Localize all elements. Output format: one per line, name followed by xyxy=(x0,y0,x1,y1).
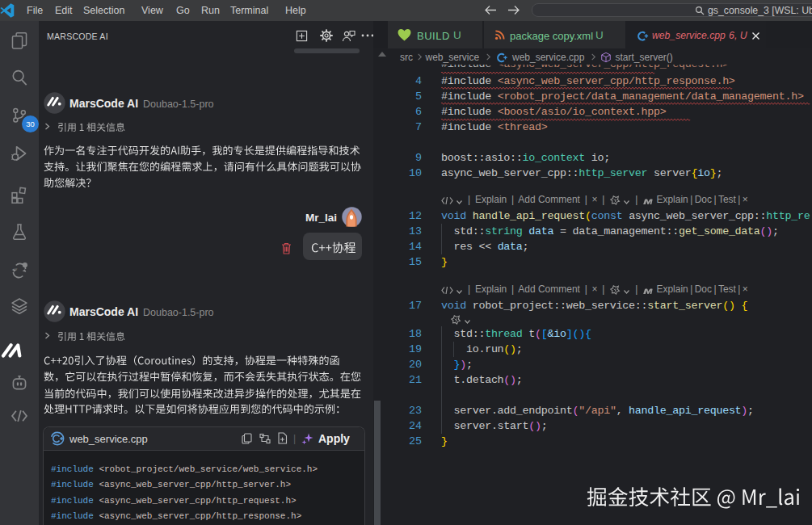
svg-text:diff: diff xyxy=(12,267,18,271)
